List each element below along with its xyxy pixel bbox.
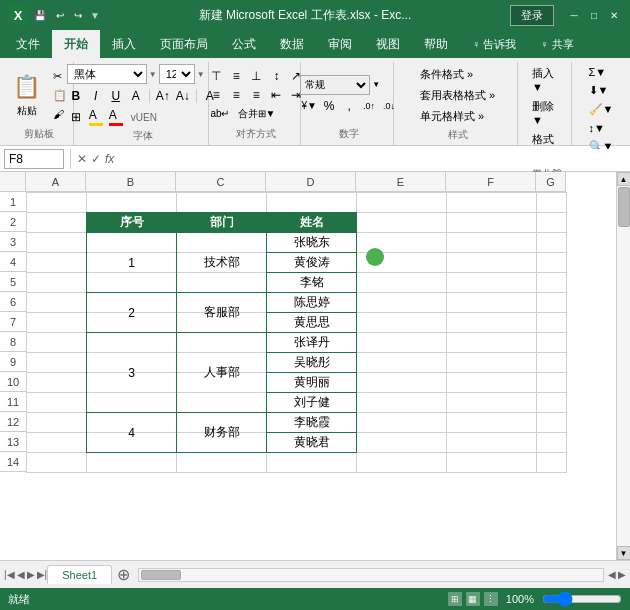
- cell-5-G[interactable]: [537, 273, 567, 293]
- tab-file[interactable]: 文件: [4, 30, 52, 58]
- font-color-btn[interactable]: A: [107, 108, 125, 126]
- decrease-font-btn[interactable]: A↓: [174, 87, 192, 105]
- col-A[interactable]: A: [26, 172, 86, 192]
- cell-13-G[interactable]: [537, 433, 567, 453]
- page-layout-btn[interactable]: ▦: [466, 592, 480, 606]
- tab-tell-me[interactable]: ♀ 告诉我: [460, 30, 528, 58]
- quick-access-more[interactable]: ▼: [90, 10, 100, 21]
- person-cell-0-0[interactable]: 张晓东: [267, 233, 357, 253]
- cell-13-A[interactable]: [27, 433, 87, 453]
- cell-13-F[interactable]: [447, 433, 537, 453]
- page-break-btn[interactable]: ⋮: [484, 592, 498, 606]
- cell-8-G[interactable]: [537, 333, 567, 353]
- cell-1-D[interactable]: [267, 193, 357, 213]
- scroll-up-btn[interactable]: ▲: [617, 172, 631, 186]
- cell-style-btn[interactable]: 单元格样式 »: [416, 106, 499, 126]
- cell-8-F[interactable]: [447, 333, 537, 353]
- zoom-slider[interactable]: [542, 594, 622, 604]
- cell-6-G[interactable]: [537, 293, 567, 313]
- h-scroll-thumb[interactable]: [141, 570, 181, 580]
- cell-ref-box[interactable]: F8: [4, 149, 64, 169]
- person-cell-0-2[interactable]: 李铭: [267, 273, 357, 293]
- row-header-10[interactable]: 10: [0, 372, 26, 392]
- person-cell-2-3[interactable]: 刘子健: [267, 393, 357, 413]
- col-F[interactable]: F: [446, 172, 536, 192]
- vertical-scrollbar[interactable]: ▲ ▼: [616, 172, 630, 560]
- cell-14-G[interactable]: [537, 453, 567, 473]
- col-E[interactable]: E: [356, 172, 446, 192]
- cell-11-A[interactable]: [27, 393, 87, 413]
- tab-formula[interactable]: 公式: [220, 30, 268, 58]
- row-header-1[interactable]: 1: [0, 192, 26, 212]
- cell-12-G[interactable]: [537, 413, 567, 433]
- person-cell-3-1[interactable]: 黄晓君: [267, 433, 357, 453]
- scroll-thumb[interactable]: [618, 187, 630, 227]
- seq-cell-0[interactable]: 1: [87, 233, 177, 293]
- seq-cell-2[interactable]: 3: [87, 333, 177, 413]
- bold-btn[interactable]: B: [67, 87, 85, 105]
- cell-7-F[interactable]: [447, 313, 537, 333]
- clear-btn[interactable]: 🧹▼: [585, 101, 618, 118]
- col-D[interactable]: D: [266, 172, 356, 192]
- sort-btn[interactable]: ↕▼: [585, 120, 618, 136]
- align-top-btn[interactable]: ⊤: [207, 67, 225, 85]
- redo-btn[interactable]: ↪: [70, 7, 86, 23]
- dept-cell-3[interactable]: 财务部: [177, 413, 267, 453]
- cell-14-F[interactable]: [447, 453, 537, 473]
- scroll-track[interactable]: [617, 186, 631, 546]
- cell-5-A[interactable]: [27, 273, 87, 293]
- cell-7-A[interactable]: [27, 313, 87, 333]
- sheet-next-btn[interactable]: ▶: [27, 569, 35, 580]
- cell-4-E[interactable]: [357, 253, 447, 273]
- sum-btn[interactable]: Σ▼: [585, 64, 618, 80]
- row-header-4[interactable]: 4: [0, 252, 26, 272]
- merge-btn[interactable]: 合并⊞▼: [235, 105, 279, 123]
- row-header-3[interactable]: 3: [0, 232, 26, 252]
- cell-1-C[interactable]: [177, 193, 267, 213]
- dec-inc-btn[interactable]: .0↑: [360, 97, 378, 115]
- cell-10-E[interactable]: [357, 373, 447, 393]
- h-scroll-right[interactable]: ▶: [618, 569, 626, 580]
- tab-data[interactable]: 数据: [268, 30, 316, 58]
- cell-3-A[interactable]: [27, 233, 87, 253]
- confirm-icon[interactable]: ✓: [91, 152, 101, 166]
- font-name-select[interactable]: 黑体: [67, 64, 147, 84]
- cell-4-A[interactable]: [27, 253, 87, 273]
- cell-7-G[interactable]: [537, 313, 567, 333]
- cell-12-E[interactable]: [357, 413, 447, 433]
- cell-9-A[interactable]: [27, 353, 87, 373]
- font-size-select[interactable]: 12: [159, 64, 195, 84]
- align-middle-btn[interactable]: ≡: [227, 67, 245, 85]
- cell-3-F[interactable]: [447, 233, 537, 253]
- cancel-icon[interactable]: ✕: [77, 152, 87, 166]
- cell-10-A[interactable]: [27, 373, 87, 393]
- sheet-add-btn[interactable]: ⊕: [112, 564, 134, 586]
- cell-11-E[interactable]: [357, 393, 447, 413]
- row-header-14[interactable]: 14: [0, 452, 26, 472]
- decrease-indent-btn[interactable]: ⇤: [267, 86, 285, 104]
- cell-3-G[interactable]: [537, 233, 567, 253]
- row-header-6[interactable]: 6: [0, 292, 26, 312]
- minimize-btn[interactable]: ─: [566, 7, 582, 23]
- dept-cell-0[interactable]: 技术部: [177, 233, 267, 293]
- cell-2-A[interactable]: [27, 213, 87, 233]
- seq-cell-3[interactable]: 4: [87, 413, 177, 453]
- login-btn[interactable]: 登录: [510, 5, 554, 26]
- insert-cell-btn[interactable]: 插入▼: [528, 64, 565, 95]
- formula-input[interactable]: [118, 149, 626, 169]
- cell-6-F[interactable]: [447, 293, 537, 313]
- cell-5-E[interactable]: [357, 273, 447, 293]
- currency-btn[interactable]: ¥▼: [300, 97, 318, 115]
- scroll-down-btn[interactable]: ▼: [617, 546, 631, 560]
- align-right-btn[interactable]: ≡: [247, 86, 265, 104]
- person-cell-2-1[interactable]: 吴晓彤: [267, 353, 357, 373]
- person-cell-1-1[interactable]: 黄思思: [267, 313, 357, 333]
- tab-insert[interactable]: 插入: [100, 30, 148, 58]
- person-cell-2-0[interactable]: 张译丹: [267, 333, 357, 353]
- cell-6-A[interactable]: [27, 293, 87, 313]
- cell-7-E[interactable]: [357, 313, 447, 333]
- person-cell-1-0[interactable]: 陈思婷: [267, 293, 357, 313]
- cell-2-G[interactable]: [537, 213, 567, 233]
- cond-fmt-btn[interactable]: 条件格式 »: [416, 64, 499, 84]
- cell-12-F[interactable]: [447, 413, 537, 433]
